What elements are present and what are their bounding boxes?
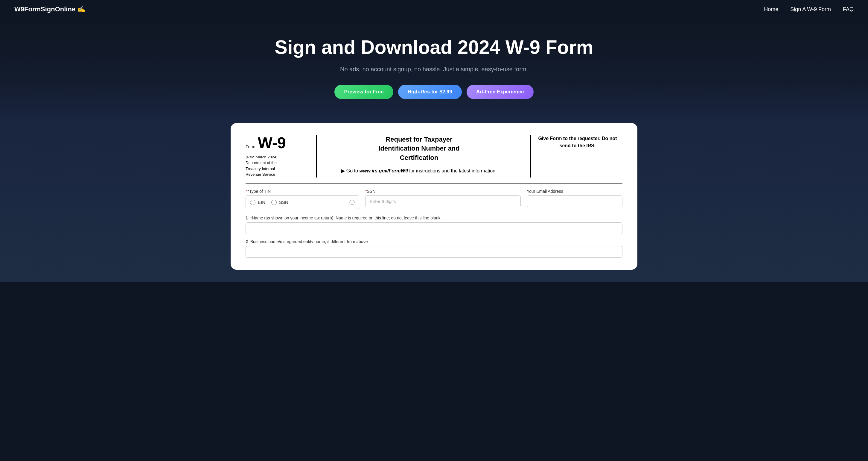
form-revision: (Rev. March 2024) Department of the Trea… (246, 154, 305, 177)
form-label: Form (246, 144, 255, 149)
ssn-option[interactable]: SSN (271, 200, 288, 205)
form-instruction: ▶ Go to www.irs.gov/FormW9 for instructi… (318, 167, 520, 175)
nav-sign-w9[interactable]: Sign A W-9 Form (790, 6, 831, 12)
preview-free-button[interactable]: Preview for Free (334, 85, 393, 99)
tin-label: **Type of TIN (246, 189, 359, 194)
site-logo[interactable]: W9FormSignOnline ✍️ (14, 5, 85, 13)
highres-button[interactable]: High-Res for $2.99 (398, 85, 462, 99)
tin-info-icon[interactable]: ⓘ (349, 199, 355, 206)
name-input[interactable] (246, 223, 622, 234)
ein-option[interactable]: EIN (250, 200, 265, 205)
name-field-label: 1 *Name (as shown on your income tax ret… (246, 215, 441, 220)
form-right-info: Give Form to the requester. Do not send … (527, 135, 622, 149)
tin-type-selector[interactable]: EIN SSN ⓘ (246, 196, 359, 209)
ein-label: EIN (258, 200, 265, 205)
nav-links: Home Sign A W-9 Form FAQ (764, 6, 854, 12)
email-field-group: Your Email Address (527, 189, 622, 209)
email-input[interactable] (527, 196, 622, 207)
nav-home[interactable]: Home (764, 6, 778, 12)
business-field-label: 2 Business name/disregarded entity name,… (246, 239, 368, 244)
ssn-input[interactable] (365, 196, 521, 207)
ssn-radio-label: SSN (279, 200, 288, 205)
ssn-field-group: *SSN (365, 189, 521, 209)
tin-type-group: **Type of TIN EIN SSN ⓘ (246, 189, 359, 209)
form-card: Form W-9 (Rev. March 2024) Department of… (230, 123, 638, 270)
hero-section: Sign and Download 2024 W-9 Form No ads, … (0, 19, 868, 123)
nav-faq[interactable]: FAQ (843, 6, 854, 12)
hero-title: Sign and Download 2024 W-9 Form (6, 36, 862, 59)
navbar: W9FormSignOnline ✍️ Home Sign A W-9 Form… (0, 0, 868, 19)
ssn-label: *SSN (365, 189, 521, 194)
hero-buttons: Preview for Free High-Res for $2.99 Ad-F… (6, 85, 862, 99)
business-input[interactable] (246, 246, 622, 258)
give-form-text: Give Form to the requester. Do not send … (533, 135, 622, 149)
logo-text: W9FormSignOnline (14, 5, 75, 13)
ssn-radio[interactable] (271, 200, 277, 205)
email-label: Your Email Address (527, 189, 622, 194)
name-field-row: 1 *Name (as shown on your income tax ret… (246, 215, 622, 234)
form-left-info: Form W-9 (Rev. March 2024) Department of… (246, 135, 311, 177)
adfree-button[interactable]: Ad-Free Experience (467, 85, 534, 99)
form-header: Form W-9 (Rev. March 2024) Department of… (246, 135, 622, 177)
form-center-info: Request for Taxpayer Identification Numb… (313, 135, 526, 175)
form-number: W-9 (258, 135, 286, 150)
business-field-number: 2 (246, 239, 248, 244)
form-fields: **Type of TIN EIN SSN ⓘ (246, 183, 622, 258)
logo-icon: ✍️ (77, 5, 85, 13)
top-fields-row: **Type of TIN EIN SSN ⓘ (246, 189, 622, 209)
hero-subtitle: No ads, no account signup, no hassle. Ju… (6, 66, 862, 73)
ein-radio[interactable] (250, 200, 255, 205)
form-title: Request for Taxpayer Identification Numb… (318, 135, 520, 163)
tin-required-star: * (246, 189, 247, 194)
business-field-row: 2 Business name/disregarded entity name,… (246, 239, 622, 258)
name-field-number: 1 (246, 215, 248, 220)
